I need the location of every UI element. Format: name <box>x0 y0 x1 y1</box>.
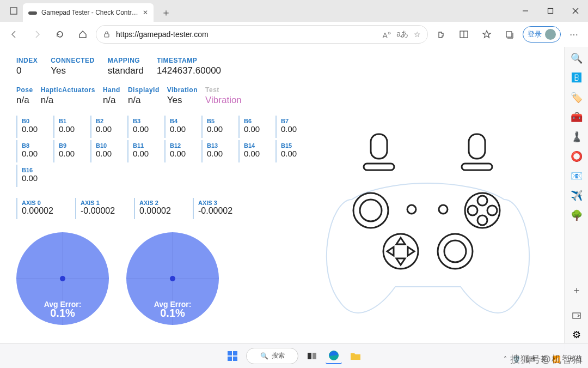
sidebar-add-icon[interactable]: ＋ <box>571 284 583 296</box>
edge-taskbar-icon[interactable] <box>326 348 342 364</box>
tab-actions-button[interactable] <box>4 2 23 20</box>
button-b15: B150.00 <box>275 140 313 162</box>
svg-point-17 <box>360 200 382 221</box>
window-maximize-button[interactable] <box>538 0 563 22</box>
button-b13: B130.00 <box>201 140 238 162</box>
refresh-button[interactable] <box>50 25 70 44</box>
more-menu-icon[interactable]: ⋯ <box>564 25 584 44</box>
axis-label: AXIS 1 <box>81 200 120 206</box>
meta-value: 1424637.60000 <box>157 65 221 76</box>
button-b16: B160.00 <box>16 165 53 187</box>
axis-axis0: AXIS 00.00002 <box>16 198 65 219</box>
sidebar-settings-icon[interactable]: ⚙ <box>571 329 583 341</box>
button-value: 0.00 <box>207 124 235 134</box>
start-button[interactable] <box>224 348 241 364</box>
meta-timestamp: TIMESTAMP1424637.60000 <box>157 57 221 76</box>
axis-axis3: AXIS 3-0.00002 <box>193 198 242 219</box>
meta-pose: Posen/a <box>16 86 33 106</box>
meta-label: TIMESTAMP <box>157 57 221 64</box>
back-button[interactable] <box>4 25 24 44</box>
meta-label: INDEX <box>16 57 38 64</box>
button-value: 0.00 <box>244 149 272 158</box>
meta-value[interactable]: Vibration <box>205 95 242 106</box>
browser-tab[interactable]: Gamepad Tester - Check Controll… ✕ <box>23 3 154 22</box>
sidebar-outlook-icon[interactable]: 📧 <box>571 170 583 182</box>
tray-chevron-icon[interactable]: ˄ <box>504 355 507 363</box>
meta-value: n/a <box>16 95 33 106</box>
tray-keyboard-icon[interactable]: ⌨ <box>526 355 535 363</box>
address-bar[interactable]: https://gamepad-tester.com A» aあ ☆ <box>96 25 428 44</box>
split-screen-icon[interactable] <box>454 25 474 44</box>
button-b11: B110.00 <box>127 140 164 162</box>
sidebar-games-icon[interactable]: ♟️ <box>571 131 583 143</box>
meta-label: Hand <box>103 86 120 94</box>
tray-network-icon[interactable]: 📶 <box>553 355 561 363</box>
stick-pct: 0.1% <box>16 307 109 319</box>
search-icon: 🔍 <box>260 352 268 360</box>
window-close-button[interactable] <box>563 0 588 22</box>
taskbar-search[interactable]: 🔍 搜索 <box>246 348 298 364</box>
forward-button[interactable] <box>27 25 47 44</box>
sidebar-tree-icon[interactable]: 🌳 <box>571 209 583 221</box>
task-view-icon[interactable] <box>304 348 320 364</box>
tray-ime[interactable]: 英 <box>541 354 547 364</box>
button-value: 0.00 <box>170 124 198 134</box>
button-label: B5 <box>207 118 235 124</box>
meta-value: n/a <box>128 95 160 106</box>
button-value: 0.00 <box>22 149 50 158</box>
sidebar-m365-icon[interactable]: ⭕ <box>571 150 583 162</box>
system-tray[interactable]: ˄ 🛡️ ⌨ 英 📶 16:41 <box>504 354 583 364</box>
svg-rect-9 <box>506 32 512 37</box>
reading-mode-icon[interactable]: A» <box>382 29 391 40</box>
profile-login-button[interactable]: 登录 <box>523 26 561 43</box>
sidebar-shopping-icon[interactable]: 🏷️ <box>571 92 583 104</box>
meta-value: 0 <box>16 65 38 76</box>
tray-security-icon[interactable]: 🛡️ <box>512 355 520 363</box>
explorer-taskbar-icon[interactable] <box>347 348 364 364</box>
button-label: B0 <box>22 118 50 124</box>
sidebar-send-icon[interactable]: ✈️ <box>571 190 583 202</box>
button-label: B11 <box>133 142 161 149</box>
meta-index: INDEX0 <box>16 57 38 76</box>
taskbar-search-label: 搜索 <box>272 351 285 360</box>
favorites-icon[interactable] <box>477 25 497 44</box>
favorite-star-icon[interactable]: ☆ <box>414 30 421 39</box>
window-minimize-button[interactable] <box>513 0 538 22</box>
button-value: 0.00 <box>22 124 50 134</box>
gamepad-illustration <box>319 129 537 325</box>
gamepad-favicon <box>28 8 37 17</box>
button-label: B10 <box>96 142 124 149</box>
svg-rect-15 <box>462 164 492 170</box>
stick-dot <box>60 276 65 281</box>
axis-value: 0.00002 <box>22 206 61 216</box>
tab-close-icon[interactable]: ✕ <box>143 9 148 16</box>
sidebar-tools-icon[interactable]: 🧰 <box>571 111 583 123</box>
button-value: 0.00 <box>244 124 272 134</box>
svg-rect-33 <box>308 353 311 359</box>
collections-icon[interactable] <box>500 25 519 44</box>
svg-rect-31 <box>228 357 232 361</box>
lock-icon <box>103 31 111 38</box>
meta-displayid: DisplayIdn/a <box>128 86 160 106</box>
meta-value: n/a <box>41 95 95 106</box>
sidebar-collapse-icon[interactable] <box>571 309 583 321</box>
translate-icon[interactable]: aあ <box>396 29 408 39</box>
extensions-icon[interactable] <box>431 25 451 44</box>
home-button[interactable] <box>73 25 93 44</box>
new-tab-button[interactable]: ＋ <box>158 4 174 21</box>
button-b4: B40.00 <box>164 116 201 138</box>
svg-point-24 <box>439 205 448 214</box>
meta-label: CONNECTED <box>51 57 95 64</box>
sidebar-bing-icon[interactable]: 🅱 <box>571 72 583 84</box>
meta-test[interactable]: TestVibration <box>205 86 242 106</box>
button-b3: B30.00 <box>127 116 164 138</box>
button-label: B9 <box>59 142 87 149</box>
meta-mapping: MAPPINGstandard <box>108 57 144 76</box>
svg-point-20 <box>477 215 487 225</box>
tray-time[interactable]: 16:41 <box>566 355 583 363</box>
button-label: B15 <box>281 142 309 149</box>
svg-rect-29 <box>228 351 232 355</box>
sidebar-search-icon[interactable]: 🔍 <box>571 52 583 64</box>
button-label: B6 <box>244 118 272 124</box>
taskbar: 🔍 搜索 <box>0 343 588 368</box>
